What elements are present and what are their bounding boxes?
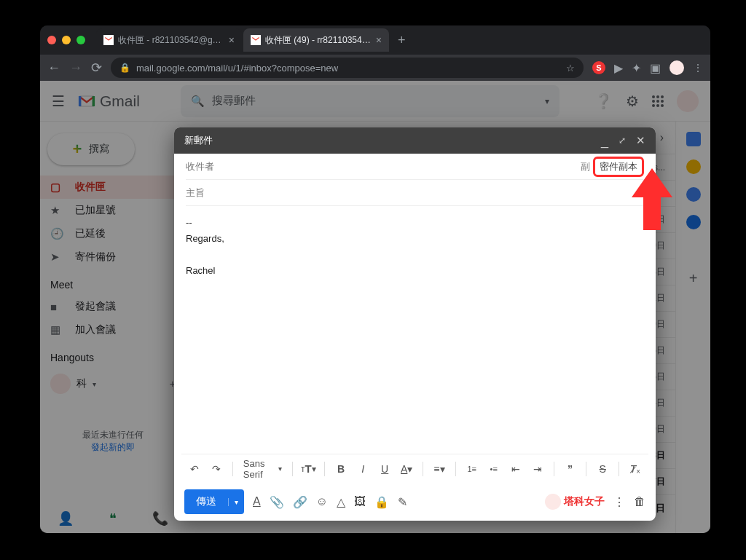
align-button[interactable]: ≡▾	[431, 459, 448, 479]
font-select[interactable]: Sans Serif ▾	[240, 458, 285, 480]
browser-tab-2[interactable]: 收件匣 (49) - rr821103542@gm ×	[243, 28, 389, 52]
undo-button[interactable]: ↶	[186, 459, 203, 479]
font-size-button[interactable]: тT▾	[299, 459, 317, 479]
menu-icon[interactable]: ☰	[52, 92, 65, 110]
sidebar-item-snoozed[interactable]: 🕘已延後	[40, 222, 186, 245]
browser-tab-1[interactable]: 收件匣 - r821103542@gmail.co ×	[96, 28, 242, 52]
gmail-icon	[103, 35, 114, 45]
pen-icon[interactable]: ✎	[398, 495, 407, 509]
gmail-icon	[251, 35, 261, 45]
subject-field[interactable]: 主旨	[186, 180, 644, 206]
compose-button[interactable]: + 撰寫	[47, 133, 135, 165]
tab-close-icon[interactable]: ×	[376, 34, 382, 46]
compose-body[interactable]: -- Regards, Rachel	[174, 206, 656, 454]
bold-button[interactable]: B	[332, 459, 350, 479]
extensions-puzzle-icon[interactable]: ✦	[632, 61, 641, 75]
compose-title: 新郵件	[184, 134, 213, 147]
bookmark-icon[interactable]: ☆	[566, 63, 575, 74]
person-icon[interactable]: 👤	[58, 510, 74, 527]
meet-section-label: Meet	[40, 269, 186, 295]
extension-play-icon[interactable]: ▶	[614, 61, 623, 75]
discard-icon[interactable]: 🗑	[634, 495, 645, 508]
phone-icon[interactable]: 📞	[152, 510, 168, 527]
settings-gear-icon[interactable]: ⚙	[626, 92, 639, 110]
account-avatar[interactable]	[677, 90, 699, 112]
link-icon[interactable]: 🔗	[293, 495, 307, 509]
quote-button[interactable]: ”	[561, 459, 578, 479]
search-options-icon[interactable]: ▾	[545, 96, 549, 106]
profile-avatar[interactable]	[670, 60, 684, 75]
numbered-list-button[interactable]: 1≡	[463, 459, 481, 479]
to-field[interactable]: 收件者 副 密件副本	[186, 154, 644, 180]
hangouts-chat-icon[interactable]: ❝	[109, 510, 117, 527]
drive-icon[interactable]: △	[337, 495, 345, 509]
reload-button[interactable]: ⟳	[91, 60, 102, 76]
compose-close-button[interactable]: ✕	[636, 134, 645, 147]
support-icon[interactable]: ❔	[594, 92, 613, 110]
back-button[interactable]: ←	[47, 60, 60, 76]
underline-button[interactable]: U	[376, 459, 393, 479]
redo-button[interactable]: ↷	[208, 459, 225, 479]
to-label: 收件者	[186, 160, 214, 173]
sidebar-item-starred[interactable]: ★已加星號	[40, 199, 186, 222]
tab-title: 收件匣 - r821103542@gmail.co	[118, 34, 224, 47]
text-color-button[interactable]: A▾	[398, 459, 415, 479]
compose-expand-button[interactable]: ⤢	[619, 135, 626, 146]
tab-title: 收件匣 (49) - rr821103542@gm	[265, 34, 372, 47]
italic-button[interactable]: I	[354, 459, 372, 479]
indent-button[interactable]: ⇥	[529, 459, 546, 479]
plus-icon: +	[73, 140, 82, 159]
hangouts-start-link[interactable]: 發起新的即	[91, 442, 135, 452]
addons-plus-icon[interactable]: +	[689, 270, 698, 287]
browser-menu-icon[interactable]: ⋮	[693, 62, 703, 74]
traffic-zoom[interactable]	[76, 36, 85, 44]
outdent-button[interactable]: ⇤	[507, 459, 525, 479]
format-toggle-button[interactable]: A	[253, 495, 261, 508]
image-icon[interactable]: 🖼	[354, 495, 366, 508]
search-placeholder: 搜尋郵件	[212, 94, 256, 108]
inbox-icon: ▢	[50, 181, 63, 194]
traffic-minimize[interactable]	[62, 36, 71, 44]
clear-format-button[interactable]: T̷ₓ	[627, 459, 644, 479]
lock-icon: 🔒	[119, 63, 130, 73]
more-options-icon[interactable]: ⋮	[613, 495, 625, 509]
sidebar-item-sent[interactable]: ➤寄件備份	[40, 245, 186, 269]
gmail-logo[interactable]: Gmail	[76, 91, 140, 111]
address-bar[interactable]: 🔒 mail.google.com/mail/u/1/#inbox?compos…	[111, 58, 584, 78]
traffic-close[interactable]	[47, 36, 56, 44]
emoji-icon[interactable]: ☺	[316, 495, 328, 508]
tasks-icon[interactable]	[686, 187, 701, 202]
search-input[interactable]: 🔍 搜尋郵件 ▾	[181, 85, 560, 117]
attach-icon[interactable]: 📎	[270, 495, 284, 509]
search-icon: 🔍	[191, 95, 205, 108]
next-page-button[interactable]: ›	[660, 131, 664, 144]
compose-label: 撰寫	[89, 143, 109, 156]
contacts-icon[interactable]	[686, 215, 701, 229]
cast-icon[interactable]: ▣	[650, 61, 661, 75]
bcc-button[interactable]: 密件副本	[600, 161, 637, 172]
extension-s-icon[interactable]: S	[592, 61, 605, 74]
send-button[interactable]: 傳送 ▾	[184, 489, 244, 514]
hangouts-user[interactable]: 科 ▾ +	[40, 368, 186, 400]
strikethrough-button[interactable]: S	[594, 459, 611, 479]
compose-window: 新郵件 _ ⤢ ✕ 收件者 副 密件副本 主旨 -- Regards,	[174, 127, 656, 521]
sidebar-item-join-meeting[interactable]: ▦加入會議	[40, 318, 186, 342]
formatting-toolbar: ↶ ↷ Sans Serif ▾ тT▾ B I U A▾ ≡▾ 1≡ •≡ ⇤…	[181, 454, 648, 483]
new-tab-button[interactable]: +	[390, 33, 413, 48]
send-options-button[interactable]: ▾	[228, 498, 244, 506]
compose-minimize-button[interactable]: _	[601, 137, 608, 144]
chevron-down-icon: ▾	[93, 380, 96, 388]
send-icon: ➤	[50, 251, 63, 264]
keep-icon[interactable]	[686, 159, 701, 174]
confidential-icon[interactable]: 🔒	[374, 495, 389, 509]
watermark-brand: 塔科女子	[545, 494, 605, 510]
apps-grid-icon[interactable]	[652, 95, 664, 107]
calendar-icon[interactable]	[686, 132, 701, 146]
sidebar-item-inbox[interactable]: ▢收件匣	[40, 176, 186, 199]
forward-button[interactable]: →	[69, 60, 82, 76]
cc-button[interactable]: 副	[581, 160, 590, 173]
tab-close-icon[interactable]: ×	[229, 34, 235, 46]
sidebar-item-new-meeting[interactable]: ■發起會議	[40, 295, 186, 318]
hangouts-avatar	[50, 374, 71, 394]
bullet-list-button[interactable]: •≡	[485, 459, 503, 479]
